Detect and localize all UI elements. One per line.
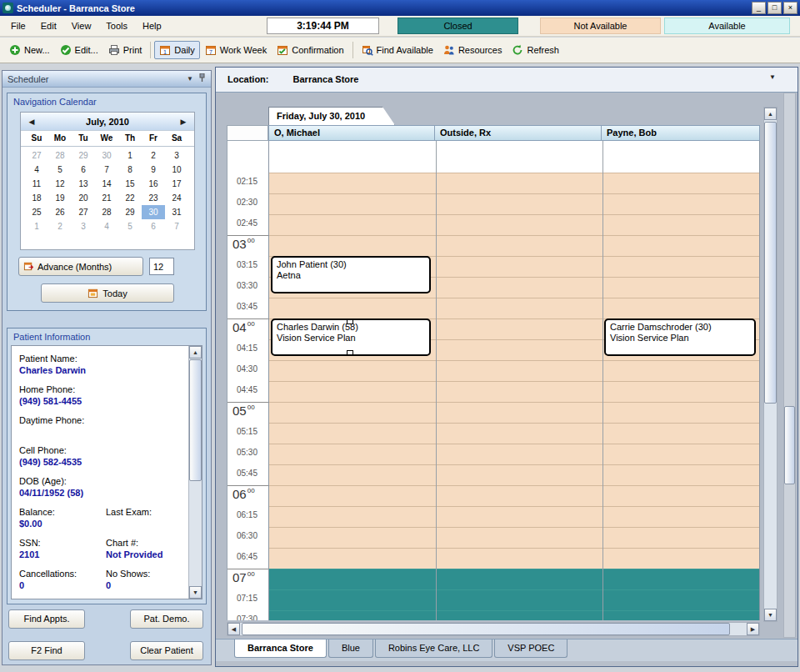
calendar-day-3[interactable]: 3: [165, 148, 188, 163]
scroll-right-arrow[interactable]: ▶: [747, 623, 759, 635]
calendar-day-4[interactable]: 4: [25, 163, 48, 177]
calendar-day-5[interactable]: 5: [118, 219, 142, 233]
advance-months-button[interactable]: Advance (Months): [18, 257, 143, 276]
pat-demo-button[interactable]: Pat. Demo.: [130, 609, 203, 629]
advance-months-input[interactable]: [149, 258, 174, 275]
daily-button[interactable]: 1 Daily: [154, 41, 199, 59]
time-row-0545[interactable]: [269, 464, 760, 485]
calendar-day-17[interactable]: 17: [165, 177, 188, 191]
time-row-0230[interactable]: [269, 193, 760, 214]
calendar-day-8[interactable]: 8: [118, 163, 142, 177]
calendar-day-14[interactable]: 14: [95, 177, 118, 191]
edit-button[interactable]: Edit...: [55, 41, 103, 59]
pin-icon[interactable]: [198, 73, 206, 84]
calendar-day-1[interactable]: 1: [25, 219, 48, 233]
f2-find-button[interactable]: F2 Find: [8, 641, 85, 660]
calendar-day-20[interactable]: 20: [72, 191, 95, 205]
time-row-0730[interactable]: [269, 610, 760, 620]
menu-view[interactable]: View: [64, 18, 99, 34]
calendar-day-23[interactable]: 23: [142, 191, 165, 205]
calendar-day-6[interactable]: 6: [142, 219, 165, 233]
appointment-0[interactable]: John Patient (30)Aetna: [271, 256, 431, 293]
new-button[interactable]: New...: [4, 41, 55, 59]
time-row-0515[interactable]: [269, 423, 760, 444]
calendar-day-2[interactable]: 2: [142, 148, 165, 163]
print-button[interactable]: Print: [103, 41, 148, 59]
calendar-day-5[interactable]: 5: [48, 163, 72, 177]
work-week-button[interactable]: 7 Work Week: [200, 41, 272, 59]
minimize-button[interactable]: _: [752, 2, 766, 14]
clear-patient-button[interactable]: Clear Patient: [130, 641, 203, 660]
time-row-0615[interactable]: [269, 506, 760, 527]
calendar-day-13[interactable]: 13: [72, 177, 95, 191]
calendar-day-25[interactable]: 25: [25, 205, 48, 219]
menu-edit[interactable]: Edit: [33, 18, 64, 34]
scroll-up-arrow[interactable]: ▲: [764, 108, 777, 120]
resize-handle-top[interactable]: [347, 319, 353, 324]
find-available-button[interactable]: Find Available: [357, 41, 438, 59]
calendar-day-2[interactable]: 2: [48, 219, 72, 233]
confirmation-button[interactable]: Confirmation: [272, 41, 348, 59]
store-tab-1[interactable]: Blue: [328, 639, 373, 658]
time-row-0530[interactable]: [269, 444, 760, 464]
time-row-0715[interactable]: [269, 589, 760, 610]
time-row-0445[interactable]: [269, 381, 760, 402]
scroll-up-arrow[interactable]: ▲: [189, 346, 202, 359]
calendar-day-3[interactable]: 3: [72, 219, 95, 233]
calendar-day-22[interactable]: 22: [118, 191, 142, 205]
calendar-day-7[interactable]: 7: [165, 219, 188, 233]
find-appts-button[interactable]: Find Appts.: [8, 609, 85, 629]
time-row-0345[interactable]: [269, 298, 760, 318]
calendar-day-12[interactable]: 12: [48, 177, 72, 191]
time-row-0430[interactable]: [269, 360, 760, 381]
day-tab[interactable]: Friday, July 30, 2010: [268, 107, 395, 125]
calendar-day-27[interactable]: 27: [72, 205, 95, 219]
today-button[interactable]: Today: [41, 283, 174, 303]
scroll-down-arrow[interactable]: ▼: [764, 609, 777, 621]
calendar-day-26[interactable]: 26: [48, 205, 72, 219]
menu-help[interactable]: Help: [135, 18, 169, 34]
calendar-day-29[interactable]: 29: [118, 205, 142, 219]
calendar-day-18[interactable]: 18: [25, 191, 48, 205]
store-tab-2[interactable]: Robins Eye Care, LLC: [375, 639, 492, 658]
scroll-thumb[interactable]: [784, 406, 795, 484]
resize-handle-bottom[interactable]: [347, 350, 353, 355]
time-row-0630[interactable]: [269, 527, 760, 548]
calendar-day-19[interactable]: 19: [48, 191, 72, 205]
scroll-left-arrow[interactable]: ◀: [228, 623, 240, 635]
scroll-thumb[interactable]: [242, 623, 730, 635]
resources-button[interactable]: Resources: [438, 41, 508, 59]
scroll-thumb[interactable]: [764, 122, 777, 404]
time-row-0215[interactable]: [269, 173, 760, 193]
calendar-day-28[interactable]: 28: [48, 148, 72, 163]
appointment-2[interactable]: Carrie Damschroder (30)Vision Service Pl…: [604, 318, 756, 356]
time-row-0245[interactable]: [269, 214, 760, 235]
time-row-0600[interactable]: [269, 485, 760, 506]
prev-month-arrow[interactable]: ◀: [21, 118, 42, 126]
calendar-day-9[interactable]: 9: [142, 163, 165, 177]
calendar-day-6[interactable]: 6: [72, 163, 95, 177]
calendar-day-21[interactable]: 21: [95, 191, 118, 205]
tab-list-dropdown-icon[interactable]: ▼: [769, 73, 776, 81]
calendar-day-27[interactable]: 27: [25, 148, 48, 163]
calendar-day-16[interactable]: 16: [142, 177, 165, 191]
appointment-1[interactable]: Charles Darwin (58)Vision Service Plan: [271, 318, 431, 356]
scroll-thumb[interactable]: [189, 359, 202, 481]
menu-tools[interactable]: Tools: [98, 18, 135, 34]
time-row-0700[interactable]: [269, 569, 760, 589]
calendar-day-24[interactable]: 24: [165, 191, 188, 205]
calendar-day-7[interactable]: 7: [95, 163, 118, 177]
time-row-0645[interactable]: [269, 548, 760, 569]
calendar-day-4[interactable]: 4: [95, 219, 118, 233]
menu-file[interactable]: File: [3, 18, 33, 34]
calendar-day-1[interactable]: 1: [118, 148, 142, 163]
chevron-down-icon[interactable]: ▼: [187, 75, 193, 83]
calendar-day-28[interactable]: 28: [95, 205, 118, 219]
store-tab-0[interactable]: Barranca Store: [234, 639, 327, 658]
calendar-day-30[interactable]: 30: [142, 205, 165, 219]
close-button[interactable]: ×: [783, 2, 798, 14]
calendar-day-29[interactable]: 29: [72, 148, 95, 163]
time-row-0500[interactable]: [269, 402, 760, 423]
scroll-down-arrow[interactable]: ▼: [189, 586, 202, 599]
calendar-day-11[interactable]: 11: [25, 177, 48, 191]
